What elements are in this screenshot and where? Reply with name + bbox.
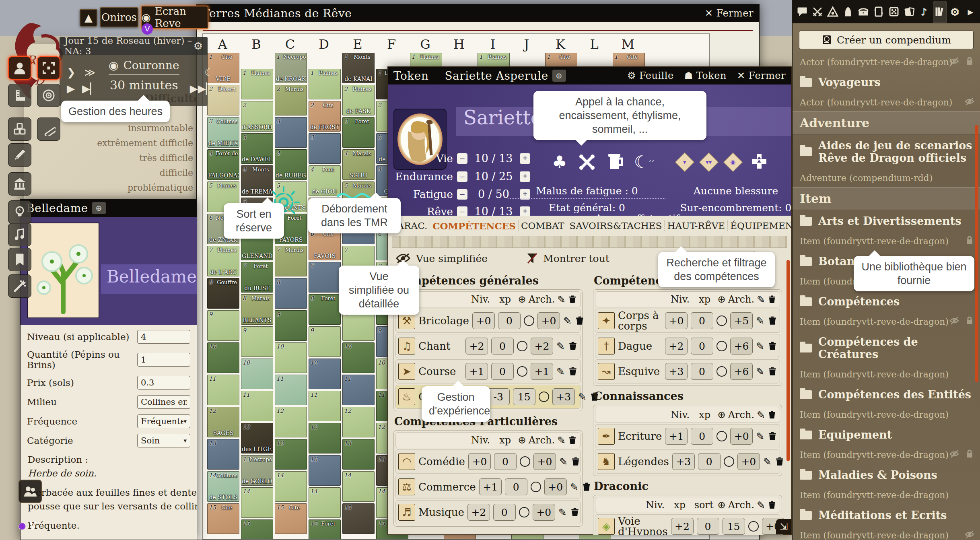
compendium-pack[interactable]: Item (foundryvtt-reve-de-dragon)	[793, 526, 980, 540]
sheet-close-button[interactable]: ✕ Fermer	[737, 70, 786, 81]
skill-niv-value[interactable]: +2	[465, 338, 488, 355]
skill-row-corps-à-corps[interactable]: ✦Corps à corps+00+5✎	[595, 309, 780, 333]
tmr-cell[interactable]: 2d'ASSORH	[241, 101, 273, 132]
edit-skill-icon[interactable]: ✎	[558, 507, 567, 518]
roll-circle[interactable]	[716, 366, 727, 377]
tmr-cell[interactable]: 3de DAWELL	[241, 133, 273, 164]
tmr-cell[interactable]: 8Gouffre	[207, 278, 239, 309]
wound-diamond-icon[interactable]: ▾▾	[699, 153, 718, 172]
sidebar-tab-actors[interactable]	[841, 2, 855, 21]
tmr-cell[interactable]: 7Forêtdu BUST	[241, 262, 273, 293]
field-select[interactable]: Soin▾	[137, 434, 190, 447]
skill-niv-value[interactable]: +0	[665, 312, 688, 329]
lock-icon[interactable]	[965, 235, 974, 247]
delete-all-icon[interactable]	[768, 410, 776, 419]
tmr-cell[interactable]: 12SAGES	[207, 407, 239, 437]
stat-decrease-button[interactable]: –	[457, 189, 467, 200]
skill-row-ecriture[interactable]: ✒Ecriture+10+0✎	[595, 424, 780, 448]
montrer-tout-toggle[interactable]: Montrer tout	[543, 253, 609, 264]
cross-plus-icon[interactable]	[750, 153, 768, 171]
tmr-cell[interactable]: 14Collinesde STOLS	[207, 471, 239, 502]
tmr-titlebar[interactable]: Terres Médianes de Rêve ✕ Fermer	[197, 4, 759, 22]
tmr-close-button[interactable]: ✕ Fermer	[705, 8, 754, 19]
sheet-config-button[interactable]: ⚙ Feuille	[627, 70, 674, 81]
archive-icon[interactable]: ⊕	[718, 499, 726, 511]
collapse-nav-button[interactable]: ▲	[80, 9, 97, 27]
delete-skill-icon[interactable]	[768, 431, 777, 441]
compendium-pack[interactable]: Item (foundryvtt-reve-de-dragon)	[793, 486, 980, 504]
archive-icon[interactable]: ⊕	[718, 409, 726, 420]
delete-skill-icon[interactable]	[582, 482, 591, 492]
compendium-folder[interactable]: Arts et Divertissements	[793, 210, 980, 232]
sidebar-tab-items[interactable]	[856, 2, 870, 21]
tmr-cell[interactable]: 8MaraisBLUANTS	[241, 294, 273, 325]
skill-niv-value[interactable]: -3	[487, 388, 510, 405]
tab-combat[interactable]: COMBAT	[518, 221, 567, 231]
compendium-folder[interactable]: Compétences	[793, 291, 980, 313]
sidebar-tab-scenes[interactable]	[826, 2, 840, 21]
tmr-cell[interactable]: 1Nécropolede KROAK	[275, 53, 307, 83]
archive-icon[interactable]: ⊕	[518, 435, 526, 446]
tmr-cell[interactable]: 8	[275, 278, 307, 309]
sidebar-tab-combat[interactable]	[810, 2, 824, 21]
sidebar-tab-playlists[interactable]: ♪	[918, 2, 932, 21]
delete-all-icon[interactable]	[568, 436, 577, 445]
delete-skill-icon[interactable]	[570, 507, 580, 517]
roll-circle[interactable]	[716, 341, 727, 351]
compendium-folder[interactable]: Voyageurs	[793, 71, 980, 93]
tmr-cell[interactable]: 12des LITGES	[241, 423, 273, 453]
edit-skill-icon[interactable]: ✎	[763, 456, 772, 468]
edit-skill-icon[interactable]: ✎	[756, 340, 764, 352]
skill-row-musique[interactable]: ♬Musique+20+0✎	[395, 500, 581, 524]
delete-skill-icon[interactable]	[768, 367, 777, 376]
tmr-cell[interactable]: 2Marais	[275, 85, 307, 115]
skill-row-voie-d-hypnos[interactable]: ◈Voie d'Hypnos+2015+0✎	[595, 514, 780, 535]
skill-arch-value[interactable]: +6	[730, 363, 753, 380]
stat-increase-button[interactable]: +	[520, 153, 530, 164]
tmr-cell[interactable]: 11	[241, 391, 273, 421]
tmr-cell[interactable]: 8Forêt	[309, 294, 341, 325]
resize-handle[interactable]: ⇲	[776, 519, 791, 534]
delete-all-icon[interactable]	[568, 295, 577, 304]
roll-circle[interactable]	[517, 366, 527, 377]
skill-arch-value[interactable]: +0	[533, 453, 556, 470]
compendium-pack[interactable]: Actor (foundryvtt-reve-de-dragon)	[793, 53, 980, 71]
skill-row-esquive[interactable]: ↝Esquive+30+6✎	[595, 359, 780, 383]
skill-xp-value[interactable]: 0	[691, 363, 713, 380]
tmr-cell[interactable]: 10	[275, 342, 307, 373]
wound-diamond-icon[interactable]: ◉	[723, 153, 742, 172]
calendar-bar[interactable]: Jour 15 de Roseau (hiver) – NA: 3 ⚙	[60, 37, 208, 55]
field-input[interactable]	[137, 330, 190, 344]
edit-skill-icon[interactable]: ✎	[756, 315, 764, 327]
roll-circle[interactable]	[716, 315, 727, 326]
edit-skill-icon[interactable]: ✎	[563, 315, 572, 327]
compendium-folder[interactable]: Maladies & Poisons	[793, 464, 980, 486]
roll-circle[interactable]	[519, 507, 529, 517]
skill-arch-value[interactable]: +0	[533, 504, 555, 521]
tmr-cell[interactable]: 9	[309, 326, 341, 357]
skip-icon[interactable]: ▶▏	[82, 82, 98, 95]
select-all-tool-button[interactable]	[37, 56, 60, 80]
tmr-cell[interactable]: 15Forêt	[309, 519, 341, 540]
tmr-cell[interactable]: 2Citéde FROST	[309, 101, 341, 132]
sleep-moon-icon[interactable]: ☾ᶻᶻ	[634, 154, 655, 171]
tmr-cell[interactable]: 9	[342, 310, 375, 341]
edit-skill-icon[interactable]: ✎	[556, 366, 565, 377]
sidebar-scrollbar[interactable]	[975, 125, 978, 382]
sidebar-tab-tables[interactable]	[887, 2, 901, 21]
tmr-cell[interactable]: 11	[342, 375, 375, 405]
roll-circle[interactable]	[748, 521, 759, 532]
moon-icon[interactable]: ☾	[204, 66, 214, 78]
tmr-cell[interactable]: 13Nécropolede GORLO	[241, 455, 273, 486]
skill-niv-value[interactable]: +1	[665, 428, 688, 445]
tmr-cell[interactable]: 12	[309, 423, 341, 453]
edit-all-icon[interactable]: ✎	[757, 294, 765, 305]
eye-slash-icon[interactable]	[949, 449, 959, 461]
roll-circle[interactable]	[517, 341, 527, 351]
tmr-cell[interactable]: 1Plaines	[309, 69, 341, 99]
compendium-folder[interactable]: Equipement	[793, 424, 980, 446]
skill-niv-value[interactable]: +3	[672, 453, 695, 470]
tmr-cell[interactable]: 14	[342, 471, 375, 502]
archive-icon[interactable]: ⊕	[718, 294, 726, 305]
roll-circle[interactable]	[531, 482, 541, 492]
